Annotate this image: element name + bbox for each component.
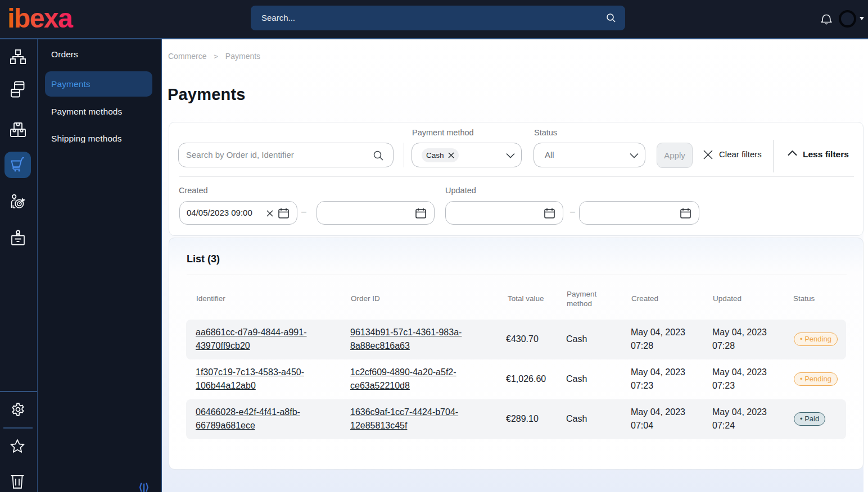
svg-text:ibexa: ibexa [7, 7, 73, 32]
